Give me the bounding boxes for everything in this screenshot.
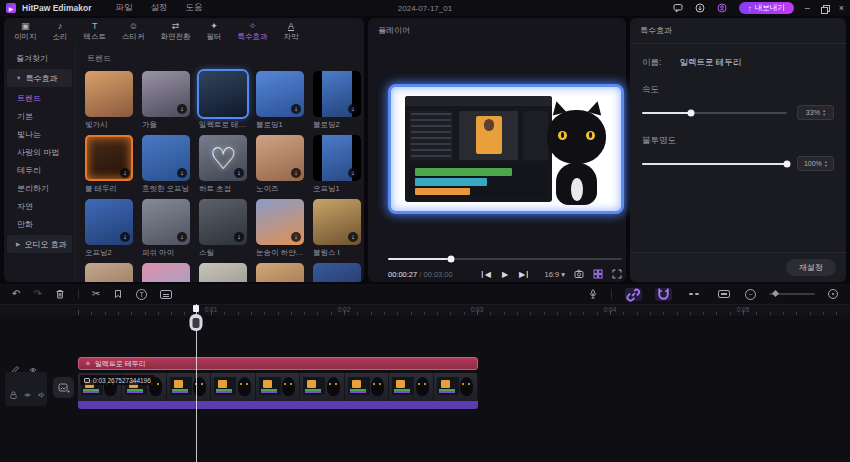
effect-item[interactable]: ♡ ↓ 하트 초점 (199, 135, 247, 193)
video-clip[interactable]: 0:03 267527344196 (78, 373, 478, 409)
restore-button[interactable] (821, 5, 828, 12)
download-badge-icon[interactable]: ↓ (348, 232, 358, 242)
effect-item[interactable] (85, 263, 133, 282)
account-icon[interactable] (717, 3, 728, 14)
download-icon[interactable] (695, 3, 706, 14)
effect-item[interactable]: ↓ 블로딩1 (256, 71, 304, 129)
sidebar-item[interactable]: 테두리 (4, 161, 75, 179)
mute-icon[interactable] (38, 385, 45, 403)
auto-ripple-icon[interactable] (715, 288, 732, 301)
link-clips-icon[interactable] (625, 288, 642, 301)
media-tab[interactable]: ✧ 특수효과 (238, 21, 268, 42)
timeline-zoom-slider[interactable] (769, 293, 815, 295)
effect-thumbnail[interactable]: ↓ (142, 135, 190, 181)
fullscreen-icon[interactable] (611, 269, 622, 280)
speed-slider[interactable] (642, 112, 787, 114)
reset-button[interactable]: 재설정 (786, 259, 836, 276)
download-badge-icon[interactable]: ↓ (177, 104, 187, 114)
effect-thumbnail[interactable]: ↓ (313, 71, 361, 117)
effect-item[interactable] (142, 263, 190, 282)
effect-thumbnail[interactable] (85, 263, 133, 282)
step-down-icon[interactable]: ▾ (823, 113, 825, 117)
sidebar-item[interactable]: 트렌드 (4, 89, 75, 107)
effect-track-clip[interactable]: ✧ 일렉트로 테두리 (78, 357, 478, 370)
effect-item[interactable]: ↓ 블링스 I (313, 199, 361, 257)
marker-icon[interactable] (113, 289, 123, 299)
opacity-value-stepper[interactable]: 100% ▴▾ (797, 156, 834, 171)
speed-value-stepper[interactable]: 33% ▴▾ (797, 105, 834, 120)
media-tab[interactable]: ☺ 스티커 (122, 21, 145, 42)
download-badge-icon[interactable]: ↓ (120, 232, 130, 242)
playhead-handle[interactable] (190, 314, 203, 331)
effect-thumbnail[interactable] (199, 71, 247, 117)
effect-thumbnail[interactable]: ↓ (313, 135, 361, 181)
delete-icon[interactable] (55, 289, 65, 299)
effect-item[interactable]: 빛가시 (85, 71, 133, 129)
media-tab[interactable]: ✦ 필터 (207, 21, 222, 42)
effect-item[interactable]: ↓ 스릴 (199, 199, 247, 257)
zoom-knob[interactable] (772, 290, 779, 297)
menu-file[interactable]: 파일 (115, 2, 132, 14)
effect-item[interactable] (199, 263, 247, 282)
zoom-fit-icon[interactable] (828, 289, 838, 299)
download-badge-icon[interactable]: ↓ (291, 104, 301, 114)
effect-thumbnail[interactable]: ↓ (256, 135, 304, 181)
previous-frame-icon[interactable]: ◀ (485, 270, 491, 279)
undo-icon[interactable]: ↶ (12, 289, 20, 299)
export-button[interactable]: ↑ 내보내기 (739, 2, 794, 14)
effect-item[interactable]: ↓ 오프닝2 (85, 199, 133, 257)
snapshot-icon[interactable] (573, 269, 584, 280)
effect-thumbnail[interactable]: ↓ (85, 199, 133, 245)
effect-thumbnail[interactable]: ↓ (199, 199, 247, 245)
effect-item[interactable]: ↓ 피쉬 아이 (142, 199, 190, 257)
progress-knob[interactable] (448, 256, 455, 263)
text-tool-icon[interactable]: T (136, 289, 147, 300)
effect-item[interactable] (313, 263, 361, 282)
minimize-button[interactable]: – (805, 4, 810, 13)
effect-thumbnail[interactable]: ♡ ↓ (199, 135, 247, 181)
timeline-ruler[interactable]: 0:010:020:030:040:05 (0, 304, 850, 316)
sidebar-item[interactable]: 자연 (4, 197, 75, 215)
voiceover-mic-icon[interactable] (588, 289, 598, 299)
download-badge-icon[interactable]: ↓ (348, 168, 358, 178)
download-badge-icon[interactable]: ↓ (348, 104, 358, 114)
download-badge-icon[interactable]: ↓ (120, 168, 130, 178)
redo-icon[interactable]: ↷ (33, 289, 41, 299)
video-preview[interactable] (388, 84, 624, 214)
effect-item[interactable]: ↓ 눈송이 하얀 러쉬 (256, 199, 304, 257)
next-frame-icon[interactable]: ▶ (519, 270, 525, 279)
menu-help[interactable]: 도움 (185, 2, 202, 14)
effect-thumbnail[interactable] (85, 71, 133, 117)
effect-thumbnail[interactable]: ↓ (142, 71, 190, 117)
play-icon[interactable]: ▶ (502, 270, 508, 279)
zoom-out-icon[interactable]: − (745, 289, 756, 300)
close-button[interactable]: × (839, 4, 844, 13)
eye-icon[interactable] (24, 385, 31, 403)
sidebar-item[interactable]: 즐겨찾기 (4, 49, 75, 67)
effect-item[interactable]: ↓ 가을 (142, 71, 190, 129)
sidebar-item[interactable]: ▼ 특수효과 (7, 69, 72, 87)
effect-item[interactable]: 일렉트로 테두리 (199, 71, 247, 129)
sidebar-item[interactable]: 만화 (4, 215, 75, 233)
effect-item[interactable]: ↓ 불 테두리 (85, 135, 133, 193)
aspect-ratio-select[interactable]: 16:9 ▾ (545, 270, 565, 279)
grid-overlay-icon[interactable] (592, 269, 603, 280)
download-badge-icon[interactable]: ↓ (291, 168, 301, 178)
feedback-icon[interactable] (673, 3, 684, 14)
playback-progress-bar[interactable] (388, 258, 622, 260)
effect-thumbnail[interactable]: ↓ (142, 199, 190, 245)
split-icon[interactable]: ✂ (92, 289, 100, 299)
media-tab[interactable]: ⇄ 화면전환 (161, 21, 191, 42)
media-tab[interactable]: A 자막 (284, 22, 299, 42)
effect-thumbnail[interactable] (199, 263, 247, 282)
effect-item[interactable]: ↓ 흐릿한 오프닝 (142, 135, 190, 193)
sidebar-item[interactable]: 빛나는 (4, 125, 75, 143)
step-down-icon[interactable]: ▾ (825, 164, 827, 168)
effect-thumbnail[interactable]: ↓ (85, 135, 133, 181)
opacity-slider[interactable] (642, 163, 787, 165)
download-badge-icon[interactable]: ↓ (234, 168, 244, 178)
effect-item[interactable] (256, 263, 304, 282)
lock-icon[interactable] (10, 385, 17, 403)
caption-icon[interactable] (160, 290, 172, 299)
sidebar-item[interactable]: 분리하기 (4, 179, 75, 197)
